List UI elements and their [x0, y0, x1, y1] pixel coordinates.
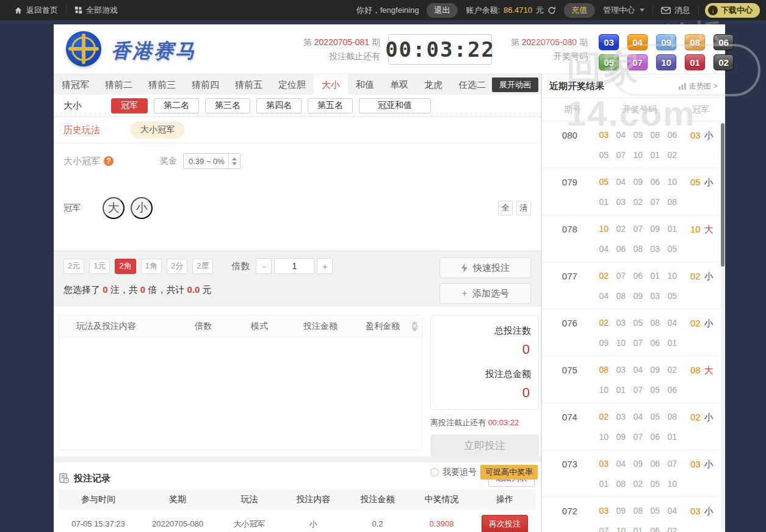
size-option-button[interactable]: 大	[103, 197, 125, 219]
help-icon[interactable]: ?	[104, 156, 114, 166]
bonus-select[interactable]: 0.39 ~ 0%	[183, 153, 240, 169]
position-button[interactable]: 第四名	[256, 98, 302, 113]
nav-tab[interactable]: 龙虎	[416, 74, 450, 95]
bet-row-label: 冠军	[63, 203, 81, 214]
scrollbar-thumb[interactable]	[721, 123, 724, 267]
rebet-button[interactable]: 再次投注	[482, 515, 528, 532]
nav-tab[interactable]: 猜前五	[227, 74, 270, 95]
bet-now-button[interactable]: 立即投注	[430, 434, 539, 456]
select-all-button[interactable]: 全	[498, 201, 513, 215]
draw-number: 01	[649, 150, 662, 160]
result-issue: 076	[542, 309, 598, 356]
results-title: 近期开奖结果	[549, 81, 604, 92]
denomination-button[interactable]: 2元	[63, 259, 84, 274]
countdown-timer: 00:03:22	[388, 34, 492, 65]
chase-radio[interactable]	[430, 468, 439, 476]
nav-tab[interactable]: 猜冠军	[54, 74, 97, 95]
size-option-button[interactable]: 小	[131, 197, 153, 219]
logout-button[interactable]: 退出	[427, 3, 457, 18]
nav-tab[interactable]: 猜前三	[140, 74, 184, 95]
betslip-column-header: 模式	[231, 321, 287, 332]
result-number-line: 0304090806	[598, 130, 679, 140]
draw-balls-row-1: 0304090806	[599, 34, 734, 50]
brand-logo-icon[interactable]	[66, 31, 101, 66]
clear-button[interactable]: 清	[516, 201, 531, 215]
quick-bet-label: 快速投注	[473, 262, 510, 274]
position-button[interactable]: 第二名	[154, 98, 199, 113]
result-row: 0740203040508100907060102小	[542, 403, 725, 450]
expand-animation-button[interactable]: 展开动画	[492, 77, 538, 92]
stepper-arrows-icon[interactable]	[228, 154, 240, 168]
all-games-link[interactable]: 全部游戏	[67, 0, 126, 20]
size-options: 大小	[103, 197, 159, 219]
draw-number: 03	[615, 197, 627, 207]
multiplier-plus-button[interactable]: +	[317, 258, 333, 274]
big-small-indicator: 小	[704, 412, 714, 423]
nav-tab[interactable]: 大小	[314, 74, 348, 95]
nav-tab[interactable]: 定位胆	[270, 74, 314, 95]
draw-ball: 05	[599, 54, 619, 70]
big-small-indicator: 小	[704, 130, 714, 142]
messages-link[interactable]: 消息	[653, 0, 698, 20]
add-numbers-button[interactable]: + 添加选号	[439, 283, 531, 304]
draw-number: 01	[598, 197, 610, 207]
recharge-button[interactable]: 充值	[564, 3, 594, 18]
record-win-amount: 0.3908	[410, 519, 474, 528]
position-button[interactable]: 第五名	[308, 98, 353, 113]
result-row: 0720309080504071001060203小	[542, 497, 725, 532]
nav-tabs-container: 猜冠军猜前二猜前三猜前四猜前五定位胆大小和值单双龙虎任选二任选三	[54, 74, 537, 95]
summary-text: 您选择了	[63, 284, 100, 295]
nav-tab[interactable]: 猜前四	[184, 74, 227, 95]
result-champion: 10大	[679, 215, 725, 262]
back-home-link[interactable]: 返回首页	[6, 0, 66, 20]
chart-icon	[679, 83, 687, 90]
draw-number: 08	[666, 412, 679, 422]
countdown-label: 投注截止还有	[295, 49, 380, 63]
position-button[interactable]: 冠亚和值	[359, 98, 431, 113]
refresh-icon[interactable]	[547, 6, 556, 15]
download-center-button[interactable]: ↓ 下载中心	[705, 3, 760, 18]
draw-number: 08	[615, 479, 627, 489]
denomination-button[interactable]: 2厘	[192, 259, 213, 274]
deadline-label: 离投注截止还有	[430, 418, 486, 427]
trend-chart-link[interactable]: 走势图 >	[679, 81, 718, 92]
draw-number: 07	[632, 385, 645, 395]
denomination-button[interactable]: 1元	[89, 259, 110, 274]
result-numbers: 02030508040910070601	[598, 309, 679, 356]
draw-number: 02	[632, 197, 645, 207]
draw-number: 01	[632, 526, 645, 532]
trend-arrow: >	[714, 82, 718, 90]
nav-tab[interactable]: 和值	[348, 74, 382, 95]
admin-center-menu[interactable]: 管理中心	[595, 0, 652, 20]
denomination-button[interactable]: 2角	[115, 259, 135, 274]
nav-tab[interactable]: 任选二	[450, 74, 494, 95]
result-issue: 072	[542, 497, 598, 532]
draw-ball: 03	[599, 34, 619, 50]
results-scrollbar[interactable]	[721, 122, 724, 531]
draw-number: 09	[632, 177, 645, 187]
result-number-line: 0803040902	[598, 365, 679, 375]
close-icon[interactable]: ✕	[412, 322, 417, 331]
nav-tab[interactable]: 单双	[382, 74, 416, 95]
denomination-row: 2元1元2角1角2分2厘	[63, 259, 218, 274]
nav-tab[interactable]: 猜前二	[97, 74, 140, 95]
history-play-tag[interactable]: 大小冠军	[131, 121, 184, 138]
multiplier-value[interactable]: 1	[274, 258, 314, 274]
position-button[interactable]: 第三名	[205, 98, 250, 113]
results-col-champion: 冠军	[676, 104, 725, 115]
draw-number: 10	[666, 177, 679, 187]
record-cell: 0.2	[345, 519, 410, 528]
result-number-line: 0910070601	[598, 338, 679, 348]
quick-bet-button[interactable]: 快速投注	[439, 257, 531, 278]
multiplier-minus-button[interactable]: -	[256, 258, 272, 274]
current-issue-block: 第 20220705-081 期 投注截止还有	[295, 35, 380, 63]
game-title: 香港赛马	[111, 38, 197, 65]
denomination-button[interactable]: 2分	[167, 259, 187, 274]
draw-number: 01	[649, 271, 662, 281]
big-small-indicator: 小	[704, 177, 714, 189]
position-button[interactable]: 冠军	[111, 98, 148, 113]
big-small-indicator: 小	[704, 506, 714, 517]
result-issue: 080	[542, 121, 598, 168]
draw-number: 05	[649, 412, 662, 422]
denomination-button[interactable]: 1角	[141, 259, 162, 274]
